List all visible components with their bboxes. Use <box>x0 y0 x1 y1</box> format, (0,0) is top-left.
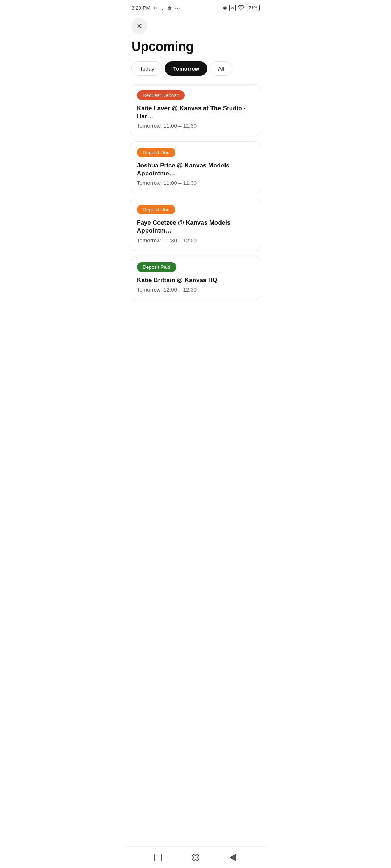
appointment-title: Faye Coetzee @ Kanvas Models Appointm… <box>137 219 254 235</box>
appointment-card[interactable]: Request Deposit Katie Laver @ Kanvas at … <box>130 84 261 136</box>
filter-tab-tomorrow[interactable]: Tomorrow <box>165 61 207 76</box>
more-icon: ··· <box>175 5 181 11</box>
close-button[interactable] <box>131 18 147 34</box>
badge-deposit-paid: Deposit Paid <box>137 262 176 272</box>
appointments-list: Request Deposit Katie Laver @ Kanvas at … <box>125 84 266 300</box>
battery-icon: 71% <box>247 5 260 11</box>
status-bar: 3:29 PM ✉ ⇓ 🗑 ··· ✱ ✕ 71% <box>125 0 266 14</box>
appointment-title: Joshua Price @ Kanvas Models Appointme… <box>137 162 254 178</box>
filter-tab-all[interactable]: All <box>210 61 232 76</box>
badge-deposit-due: Deposit Due <box>137 148 175 157</box>
appointment-card[interactable]: Deposit Paid Katie Brittain @ Kanvas HQ … <box>130 256 261 300</box>
wifi-icon <box>238 5 244 11</box>
appointment-card[interactable]: Deposit Due Joshua Price @ Kanvas Models… <box>130 141 261 193</box>
appointment-time: Tomorrow, 11:00 – 11:30 <box>137 123 254 129</box>
filter-tab-today[interactable]: Today <box>131 61 163 76</box>
appointment-time: Tomorrow, 11:00 – 11:30 <box>137 180 254 186</box>
mail-icon: ✉ <box>153 5 157 11</box>
status-right-icons: ✱ ✕ 71% <box>223 5 260 11</box>
badge-deposit-due: Deposit Due <box>137 205 175 214</box>
appointment-time: Tomorrow, 12:00 – 12:30 <box>137 286 254 293</box>
appointment-title: Katie Laver @ Kanvas at The Studio - Har… <box>137 105 254 120</box>
badge-request-deposit: Request Deposit <box>137 90 185 100</box>
filter-tabs: Today Tomorrow All <box>125 61 266 84</box>
appointment-time: Tomorrow, 11:30 – 12:00 <box>137 237 254 243</box>
delete-icon: 🗑 <box>167 5 172 11</box>
close-x-icon: ✕ <box>229 5 236 11</box>
download-icon: ⇓ <box>160 5 164 11</box>
page-title: Upcoming <box>125 38 266 61</box>
appointment-card[interactable]: Deposit Due Faye Coetzee @ Kanvas Models… <box>130 199 261 251</box>
appointment-title: Katie Brittain @ Kanvas HQ <box>137 276 254 284</box>
bluetooth-icon: ✱ <box>223 5 227 11</box>
status-time: 3:29 PM ✉ ⇓ 🗑 ··· <box>131 5 181 11</box>
